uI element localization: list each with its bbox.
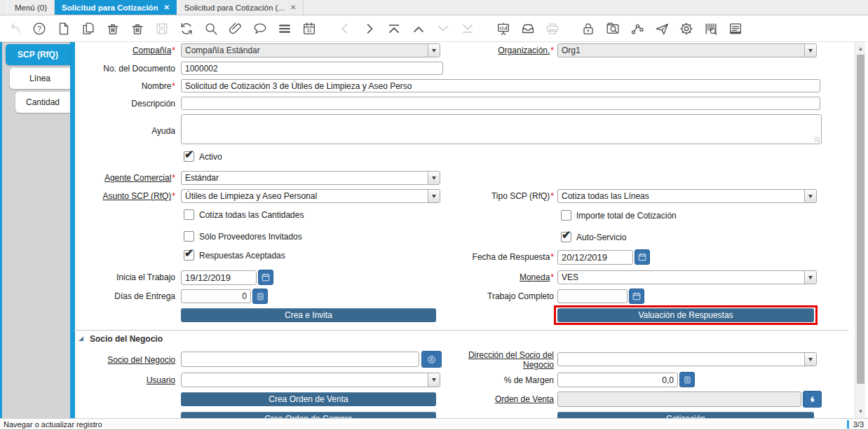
new-record-icon[interactable] [56,21,72,36]
margen-label: % de Margen [452,375,554,385]
group-separator [74,330,848,331]
cotizacion-button[interactable]: Cotización [557,412,814,418]
inicia-trabajo-input[interactable]: 19/12/2019 [181,270,257,285]
collapse-group-icon[interactable]: ◢ [79,335,83,342]
descripcion-input[interactable] [181,97,820,110]
chevron-down-icon[interactable] [804,190,816,202]
moneda-label[interactable]: Moneda* [452,272,554,282]
help-icon[interactable]: ? [32,21,47,36]
svg-text:31: 31 [306,28,312,33]
chat-icon[interactable] [252,21,268,36]
tab-solicitud-cotizacion-active[interactable]: Solicitud para Cotización ✕ [55,0,177,15]
orden-venta-zoom-button[interactable] [803,391,822,408]
chevron-down-icon[interactable] [428,172,440,184]
ayuda-label: Ayuda [74,126,175,136]
scrollbar-thumb[interactable] [857,55,864,384]
direccion-socio-select[interactable] [557,352,817,366]
print-icon [545,21,560,36]
vertical-scrollbar[interactable]: ▲ ▼ [855,42,865,418]
tab-solicitud-cotizacion-2[interactable]: Solicitud para Cotización (... ✕ [177,0,304,15]
product-info-icon[interactable] [703,21,719,36]
usuario-select[interactable] [181,373,440,387]
lock-icon[interactable] [581,21,596,36]
tipo-select[interactable]: Cotiza todas las Líneas [557,189,817,203]
organizacion-label[interactable]: Organización.* [452,46,554,55]
dias-entrega-input[interactable]: 0 [181,289,251,303]
ayuda-textarea[interactable] [181,114,822,144]
chevron-down-icon[interactable] [428,190,440,202]
margen-calculator-button[interactable] [679,372,695,387]
crea-orden-venta-button[interactable]: Crea Orden de Venta [181,392,436,406]
zoom-across-icon[interactable] [605,21,621,36]
direccion-socio-label[interactable]: Dirección del Socio del Negocio [452,350,554,370]
record-indicator: 3/3 [853,420,868,429]
importe-total-checkbox[interactable] [561,210,571,221]
compania-select[interactable]: Compañía Estándar [181,43,440,57]
agente-select[interactable]: Estándar [181,171,440,185]
calendar-icon[interactable]: 31 [301,21,317,36]
crea-e-invita-button[interactable]: Crea e Invita [181,308,436,322]
chevron-down-icon[interactable] [804,44,816,57]
nombre-input[interactable]: Solicitud de Cotización 3 de Útiles de L… [181,79,820,92]
compania-value: Compañía Estándar [185,46,260,55]
usuario-label[interactable]: Usuario [74,375,175,385]
crea-orden-compra-button[interactable]: Crea Orden de Compra [181,412,436,418]
asunto-label[interactable]: Asunto SCP (RfQ)* [74,191,175,201]
chevron-down-icon[interactable] [804,271,816,284]
report-window-icon[interactable] [728,21,743,36]
asunto-value: Útiles de Limpieza y Aseo Personal [185,191,317,201]
organizacion-select[interactable]: Org1 [557,43,817,57]
grid-toggle-icon[interactable] [277,21,292,36]
inicia-trabajo-calendar-button[interactable] [258,270,273,285]
margen-input[interactable]: 0,0 [557,373,678,387]
delete-record-icon[interactable] [105,21,121,36]
attachment-icon[interactable] [228,21,243,36]
report-icon[interactable] [496,21,511,36]
chevron-down-icon[interactable] [428,373,440,387]
first-record-icon[interactable] [386,21,402,36]
asunto-select[interactable]: Útiles de Limpieza y Aseo Personal [181,189,440,203]
auto-servicio-checkbox[interactable] [561,232,571,242]
sidebar-tab-label: SCP (RfQ) [18,50,58,60]
dias-entrega-calculator-button[interactable] [252,289,268,304]
send-icon[interactable] [654,21,670,36]
preferences-icon[interactable] [679,21,694,36]
refresh-icon[interactable] [179,21,194,36]
chevron-down-icon[interactable] [428,44,440,57]
valuacion-respuestas-button[interactable]: Valuación de Respuestas [557,308,814,322]
activo-checkbox[interactable] [184,151,194,162]
cotiza-cantidades-checkbox[interactable] [184,209,194,220]
find-icon[interactable] [203,21,219,36]
agente-label[interactable]: Agente Comercial* [74,173,175,183]
fecha-respuesta-calendar-button[interactable] [635,249,650,265]
parent-record-icon[interactable] [411,21,426,36]
detail-record-icon [435,21,451,36]
tab-menu[interactable]: Menú (0) [7,0,55,15]
sidebar-tab-linea[interactable]: Línea [10,68,70,89]
orden-venta-label[interactable]: Orden de Venta [452,394,554,404]
scroll-down-icon[interactable]: ▼ [855,406,866,417]
next-record-icon[interactable] [362,21,377,36]
scroll-up-icon[interactable]: ▲ [855,43,866,54]
socio-negocio-label[interactable]: Socio del Negocio [74,355,175,365]
tipo-value: Cotiza todas las Líneas [562,191,649,201]
close-tab-icon[interactable]: ✕ [163,4,169,11]
compania-label[interactable]: Compañía* [74,46,175,55]
trabajo-completo-input[interactable] [557,289,628,303]
archive-icon[interactable] [520,21,536,36]
respuestas-aceptadas-checkbox[interactable] [184,250,194,261]
copy-record-icon[interactable] [81,21,96,36]
chevron-down-icon[interactable] [804,353,816,366]
sidebar-tab-cantidad[interactable]: Cantidad [15,92,70,113]
workflow-icon[interactable] [630,21,645,36]
solo-proveedores-checkbox[interactable] [184,231,194,242]
delete-selection-icon[interactable] [130,21,145,36]
socio-negocio-info-button[interactable] [421,351,442,368]
trabajo-completo-calendar-button[interactable] [629,289,644,304]
socio-negocio-input[interactable] [181,352,419,367]
fecha-respuesta-input[interactable]: 20/12/2019 [557,250,633,265]
sidebar-tab-scp-rfq[interactable]: SCP (RfQ) [6,44,70,65]
moneda-select[interactable]: VES [557,270,817,284]
documento-input[interactable]: 1000002 [181,62,443,75]
close-tab-icon[interactable]: ✕ [290,4,296,11]
